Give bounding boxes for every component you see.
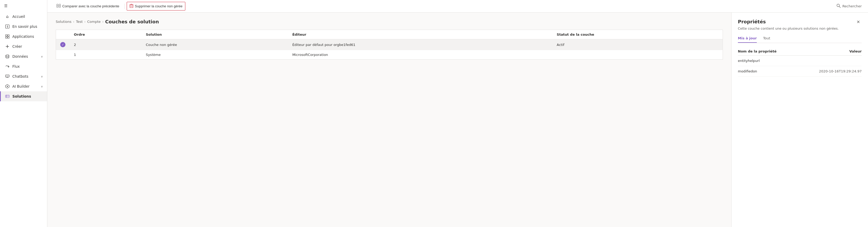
applications-icon xyxy=(5,34,10,39)
svg-rect-3 xyxy=(5,35,7,36)
props-col-name: Nom de la propriété xyxy=(738,47,797,55)
search-area[interactable]: Rechercher xyxy=(836,4,862,9)
sidebar-item-en-savoir-plus[interactable]: En savoir plus xyxy=(0,22,47,32)
chevron-down-icon: ∨ xyxy=(41,75,43,78)
prop-name: modifiedon xyxy=(738,66,797,77)
props-subtitle: Cette couche contient une ou plusieurs s… xyxy=(738,27,862,31)
toolbar: Comparer avec la couche précédente Suppr… xyxy=(47,0,868,12)
breadcrumb-compte[interactable]: Compte xyxy=(87,20,101,24)
breadcrumb-sep-3: › xyxy=(102,20,103,24)
sidebar: ☰ ⌂ Accueil En savoir plus Applications … xyxy=(0,0,47,227)
col-editeur: Éditeur xyxy=(288,30,553,39)
chatbots-icon xyxy=(5,74,10,79)
row-solution: Système xyxy=(142,50,288,60)
row-ordre: 1 xyxy=(70,50,142,60)
sidebar-item-creer[interactable]: Créer xyxy=(0,41,47,51)
delete-unmanaged-button[interactable]: Supprimer la couche non gérée xyxy=(127,2,185,10)
selected-check-icon: ✓ xyxy=(60,42,65,47)
sidebar-item-donnees[interactable]: Données ∨ xyxy=(0,51,47,62)
prop-value: 2020-10-16T19:29:24.97 xyxy=(797,66,862,77)
svg-point-13 xyxy=(8,76,8,76)
row-statut xyxy=(553,50,723,60)
flux-icon xyxy=(5,64,10,69)
content-pane: Solutions › Test › Compte › Couches de s… xyxy=(47,12,868,227)
svg-point-9 xyxy=(6,55,9,56)
row-check-cell xyxy=(56,50,70,60)
sidebar-item-label: Chatbots xyxy=(12,74,28,78)
close-button[interactable]: ✕ xyxy=(855,19,862,25)
row-check-cell: ✓ xyxy=(56,39,70,50)
compare-button-label: Comparer avec la couche précédente xyxy=(62,4,119,8)
create-icon xyxy=(5,44,10,49)
toolbar-separator xyxy=(124,4,125,9)
row-editeur: MicrosoftCorporation xyxy=(288,50,553,60)
table-row[interactable]: 1 Système MicrosoftCorporation xyxy=(56,50,723,60)
svg-rect-2 xyxy=(7,26,8,26)
search-icon xyxy=(836,4,841,9)
breadcrumb-solutions[interactable]: Solutions xyxy=(56,20,71,24)
compare-icon xyxy=(57,4,61,8)
props-header: Propriétés ✕ xyxy=(738,19,862,25)
col-ordre: Ordre xyxy=(70,30,142,39)
props-col-value: Valeur xyxy=(797,47,862,55)
breadcrumb: Solutions › Test › Compte › Couches de s… xyxy=(56,19,723,25)
properties-table: Nom de la propriété Valeur entityhelpurl… xyxy=(738,47,862,77)
props-tabs: Mis à jour Tout xyxy=(738,35,862,43)
solutions-icon xyxy=(5,94,10,99)
ai-builder-icon xyxy=(5,84,10,89)
tab-mis-a-jour[interactable]: Mis à jour xyxy=(738,35,757,43)
svg-point-11 xyxy=(6,76,7,76)
props-header-row: Nom de la propriété Valeur xyxy=(738,47,862,55)
row-ordre: 2 xyxy=(70,39,142,50)
sidebar-item-label: En savoir plus xyxy=(12,25,37,29)
home-icon: ⌂ xyxy=(5,14,10,19)
prop-value xyxy=(797,55,862,66)
row-editeur: Éditeur par défaut pour orgbe1fed61 xyxy=(288,39,553,50)
col-solution: Solution xyxy=(142,30,288,39)
sidebar-item-solutions[interactable]: Solutions xyxy=(0,91,47,101)
chevron-down-icon: ∨ xyxy=(41,55,43,58)
sidebar-item-applications[interactable]: Applications xyxy=(0,32,47,41)
breadcrumb-current: Couches de solution xyxy=(105,19,159,25)
sidebar-item-chatbots[interactable]: Chatbots ∨ xyxy=(0,71,47,81)
sidebar-item-label: Accueil xyxy=(12,14,25,18)
sidebar-item-label: Créer xyxy=(12,44,22,48)
props-row: modifiedon 2020-10-16T19:29:24.97 xyxy=(738,66,862,77)
sidebar-item-label: Applications xyxy=(12,34,34,39)
info-icon xyxy=(5,24,10,29)
table-header-row: Ordre Solution Éditeur Statut de la couc… xyxy=(56,30,723,39)
search-label: Rechercher xyxy=(842,4,862,8)
compare-button[interactable]: Comparer avec la couche précédente xyxy=(54,2,122,10)
svg-point-15 xyxy=(7,86,8,87)
svg-line-29 xyxy=(839,7,841,8)
chevron-down-icon: ∨ xyxy=(41,85,43,88)
col-statut: Statut de la couche xyxy=(553,30,723,39)
breadcrumb-sep-1: › xyxy=(73,20,74,24)
sidebar-item-label: AI Builder xyxy=(12,84,29,88)
props-title: Propriétés xyxy=(738,19,766,25)
table-area: Solutions › Test › Compte › Couches de s… xyxy=(47,12,731,227)
props-row: entityhelpurl xyxy=(738,55,862,66)
delete-icon xyxy=(130,4,133,9)
breadcrumb-sep-2: › xyxy=(84,20,86,24)
sidebar-item-ai-builder[interactable]: AI Builder ∨ xyxy=(0,81,47,91)
svg-rect-1 xyxy=(7,26,8,28)
table-row[interactable]: ✓ 2 Couche non gérée Éditeur par défaut … xyxy=(56,39,723,50)
sidebar-item-label: Flux xyxy=(12,64,20,69)
main-area: Comparer avec la couche précédente Suppr… xyxy=(47,0,868,227)
tab-tout[interactable]: Tout xyxy=(763,35,770,43)
sidebar-item-label: Données xyxy=(12,54,28,59)
sidebar-item-flux[interactable]: Flux xyxy=(0,62,47,71)
delete-button-label: Supprimer la couche non gérée xyxy=(135,4,182,8)
hamburger-button[interactable]: ☰ xyxy=(0,0,47,11)
properties-panel: Propriétés ✕ Cette couche contient une o… xyxy=(731,12,868,227)
prop-name: entityhelpurl xyxy=(738,55,797,66)
svg-rect-5 xyxy=(5,37,7,38)
breadcrumb-test[interactable]: Test xyxy=(76,20,83,24)
col-check xyxy=(56,30,70,39)
svg-rect-16 xyxy=(5,95,9,98)
svg-point-12 xyxy=(7,76,8,76)
sidebar-item-accueil[interactable]: ⌂ Accueil xyxy=(0,11,47,22)
solution-layers-table: Ordre Solution Éditeur Statut de la couc… xyxy=(56,30,723,60)
svg-rect-6 xyxy=(8,37,9,38)
